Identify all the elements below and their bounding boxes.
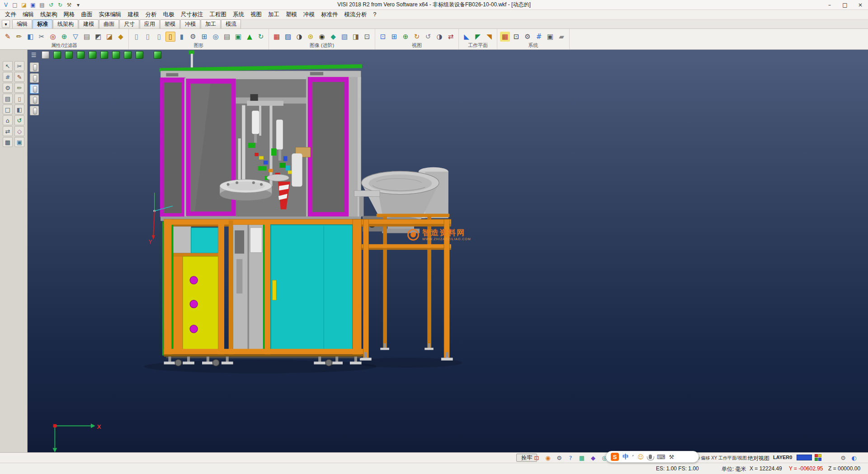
display-mode-4-button[interactable]: [30, 95, 39, 104]
annotate-pencil-icon[interactable]: ✏: [14, 83, 24, 93]
layer-color-swatch[interactable]: [797, 455, 812, 460]
eraser-icon[interactable]: ◪: [104, 32, 114, 42]
color-palette-swatches[interactable]: [815, 454, 821, 461]
quick-access-dropdown-icon[interactable]: ▾: [74, 1, 82, 9]
ime-language-toggle[interactable]: 中: [623, 453, 628, 461]
layer-filter-icon[interactable]: ▤: [82, 32, 92, 42]
grid-snap-icon[interactable]: #: [3, 72, 13, 82]
display-mode-1-button[interactable]: [30, 62, 39, 72]
background-icon[interactable]: ▧: [340, 32, 349, 42]
menu-item[interactable]: 实体编辑: [96, 10, 125, 19]
menu-item[interactable]: 工程图: [207, 10, 230, 19]
light-icon[interactable]: ⊛: [306, 32, 316, 42]
settings-status-icon[interactable]: ⚙: [555, 454, 563, 462]
active-display-icon[interactable]: ▯: [165, 32, 175, 42]
tab-surface[interactable]: 曲面: [99, 19, 119, 28]
save-icon[interactable]: ▣: [29, 1, 37, 9]
tab-wireframe[interactable]: 线架构: [53, 19, 78, 28]
shaded-list-icon[interactable]: ▯: [143, 32, 153, 42]
shell-tool-icon[interactable]: ◧: [14, 104, 24, 114]
view-cube-iso-icon[interactable]: [53, 51, 61, 59]
attribute-pencil-icon[interactable]: ✏: [14, 32, 24, 42]
browser-status-icon[interactable]: ◉: [544, 454, 552, 462]
regen-icon[interactable]: ↻: [256, 32, 266, 42]
snapshot-icon[interactable]: ⊡: [362, 32, 372, 42]
box-tool-icon[interactable]: □: [3, 104, 13, 114]
app-logo-icon[interactable]: V: [2, 1, 10, 9]
select-arrow-icon[interactable]: ↖: [3, 61, 13, 71]
view-menu-icon[interactable]: ☰: [30, 51, 38, 59]
sogou-logo-icon[interactable]: S: [611, 453, 619, 461]
rotate-view-icon[interactable]: ↻: [412, 32, 422, 42]
active-layer-label[interactable]: LAYER0: [773, 455, 792, 460]
menu-item[interactable]: 系统: [230, 10, 247, 19]
tab-die[interactable]: 冲模: [180, 19, 200, 28]
hidden-line-icon[interactable]: ▯: [154, 32, 164, 42]
view-cube-right-icon[interactable]: [89, 51, 96, 59]
duplicate-icon[interactable]: ▣: [14, 137, 24, 147]
ime-toolbox-icon[interactable]: ⚒: [669, 454, 674, 460]
undo-arrow-icon[interactable]: ↺: [14, 115, 24, 125]
edit-attributes-icon[interactable]: ✎: [3, 32, 13, 42]
sketch-pencil-icon[interactable]: ✎: [14, 72, 24, 82]
machine-base-cabinet[interactable]: [162, 219, 363, 358]
open-file-icon[interactable]: ◪: [20, 1, 28, 9]
tab-flow[interactable]: 模流: [221, 19, 241, 28]
workplane-xy-icon[interactable]: ◣: [462, 32, 472, 42]
coordinate-z-value[interactable]: Z = 00000.00: [828, 465, 860, 472]
render-icon[interactable]: ▦: [272, 32, 282, 42]
cylinder-tool-icon[interactable]: ▯: [14, 94, 24, 104]
gear-status-icon[interactable]: ⚙: [839, 454, 847, 462]
camera-icon[interactable]: ◉: [317, 32, 327, 42]
menu-item[interactable]: 建模: [125, 10, 142, 19]
section-icon[interactable]: ◨: [351, 32, 361, 42]
home-view-icon[interactable]: ⌂: [3, 115, 13, 125]
menu-item[interactable]: 塑模: [283, 10, 300, 19]
shaded-view-icon[interactable]: ◑: [434, 32, 444, 42]
box-select-icon[interactable]: ▣: [233, 32, 243, 42]
zoom-fit-icon[interactable]: ⊡: [378, 32, 388, 42]
view-cube-front-icon[interactable]: [77, 51, 85, 59]
display-mode-3-button[interactable]: [30, 84, 39, 94]
list-display-icon[interactable]: ▤: [222, 32, 232, 42]
measure-diamond-icon[interactable]: ◇: [14, 126, 24, 136]
display-mode-5-button[interactable]: [30, 106, 39, 115]
grid-icon[interactable]: #: [534, 32, 544, 42]
menu-item[interactable]: 标准件: [318, 10, 341, 19]
cone-icon[interactable]: ▲: [245, 32, 255, 42]
view-cube-axono-icon[interactable]: [136, 51, 143, 59]
view-cube-left-icon[interactable]: [100, 51, 108, 59]
coordinate-y-value[interactable]: Y = -00602.95: [789, 465, 823, 472]
view-cube-top-icon[interactable]: [65, 51, 73, 59]
previous-view-icon[interactable]: ↺: [423, 32, 433, 42]
system-settings-icon[interactable]: ⚙: [523, 32, 533, 42]
tab-dropdown-icon[interactable]: ▾: [2, 20, 10, 28]
tab-application[interactable]: 应用: [140, 19, 160, 28]
menu-item[interactable]: 文件: [2, 10, 19, 19]
mask-filter-icon[interactable]: ◩: [93, 32, 103, 42]
window-display-icon[interactable]: ⊞: [199, 32, 209, 42]
view-mode-label[interactable]: 绝对视图: [748, 455, 769, 462]
dynamic-view-cube-icon[interactable]: [154, 51, 161, 59]
maximize-button[interactable]: □: [837, 0, 853, 9]
display-mode-2-button[interactable]: [30, 73, 39, 83]
3d-model[interactable]: Y X: [28, 50, 868, 452]
examine-icon[interactable]: ◎: [211, 32, 221, 42]
menu-item[interactable]: ?: [370, 10, 380, 19]
perspective-icon[interactable]: ▰: [557, 32, 566, 42]
display-settings-icon[interactable]: ⚙: [188, 32, 198, 42]
model-status-icon[interactable]: ◆: [589, 454, 597, 462]
swap-arrows-icon[interactable]: ⇄: [3, 126, 13, 136]
keyboard-icon[interactable]: ⌨: [657, 454, 665, 460]
filter-icon[interactable]: ▽: [71, 32, 80, 42]
hatch-fill-icon[interactable]: ▩: [3, 137, 13, 147]
view-cube-back-icon[interactable]: [112, 51, 120, 59]
color-table-icon[interactable]: ▦: [500, 32, 510, 42]
close-button[interactable]: ×: [853, 0, 868, 9]
menu-item[interactable]: 线架构: [37, 10, 61, 19]
color-filter-icon[interactable]: ◆: [116, 32, 126, 42]
redo-icon[interactable]: ↻: [56, 1, 64, 9]
tab-mold[interactable]: 塑模: [160, 19, 180, 28]
tab-standard[interactable]: 标准: [33, 19, 52, 28]
zoom-window-icon[interactable]: ⊞: [389, 32, 399, 42]
